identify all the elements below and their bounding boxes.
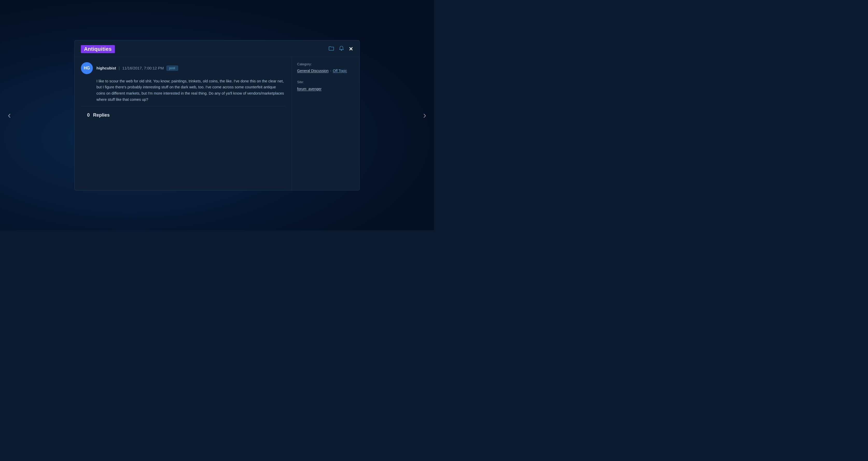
- post-meta: highcubist | 11/16/2017, 7:00:12 PM post: [96, 66, 178, 71]
- bell-icon[interactable]: [339, 45, 344, 53]
- avatar: HG: [81, 62, 93, 74]
- replies-section: 0 Replies: [81, 106, 285, 118]
- category-section: Category: General Discussion › Off Topic: [297, 62, 354, 73]
- post-date: 11/16/2017, 7:00:12 PM: [122, 66, 164, 70]
- modal-header: Antiquities ✕: [75, 40, 359, 57]
- modal-sidebar: Category: General Discussion › Off Topic…: [292, 57, 359, 190]
- category-path: General Discussion › Off Topic: [297, 69, 354, 73]
- modal-body: HG highcubist | 11/16/2017, 7:00:12 PM p…: [75, 57, 359, 190]
- site-label: Site:: [297, 80, 354, 84]
- post-content: I like to scour the web for old shit. Yo…: [81, 78, 285, 103]
- category-label: Category:: [297, 62, 354, 66]
- site-section: Site: forum_avenger: [297, 80, 354, 91]
- category-parent[interactable]: General Discussion: [297, 69, 329, 73]
- folder-icon[interactable]: [329, 46, 334, 52]
- prev-arrow[interactable]: ‹: [8, 110, 11, 121]
- header-actions: ✕: [329, 45, 353, 53]
- modal-title: Antiquities: [81, 45, 115, 53]
- close-button[interactable]: ✕: [349, 46, 353, 52]
- post-modal: Antiquities ✕ HG: [74, 40, 360, 191]
- category-chevron-icon: ›: [330, 69, 331, 72]
- post-header: HG highcubist | 11/16/2017, 7:00:12 PM p…: [81, 62, 285, 74]
- replies-count: 0 Replies: [87, 112, 279, 118]
- category-child[interactable]: Off Topic: [333, 69, 347, 73]
- next-arrow[interactable]: ›: [423, 110, 426, 121]
- site-link[interactable]: forum_avenger: [297, 87, 321, 91]
- post-author: highcubist: [96, 66, 116, 70]
- modal-main-content: HG highcubist | 11/16/2017, 7:00:12 PM p…: [75, 57, 292, 190]
- meta-divider: |: [119, 66, 120, 70]
- post-type-badge: post: [166, 66, 178, 71]
